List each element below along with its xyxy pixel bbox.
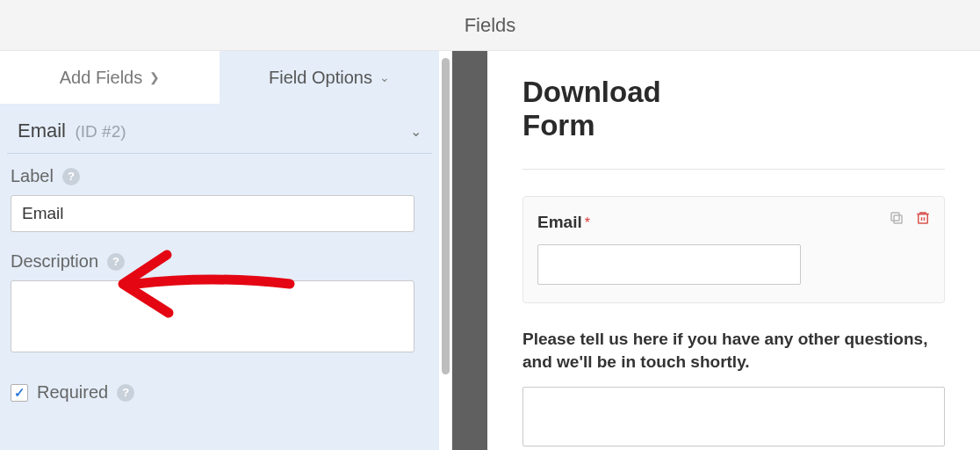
chevron-down-icon[interactable]: ⌄ [410, 123, 422, 140]
preview-email-label: Email [537, 213, 582, 231]
field-name: Email [18, 120, 66, 142]
preview-comments-input[interactable] [522, 387, 945, 446]
field-id: (ID #2) [75, 122, 126, 141]
tab-field-options[interactable]: Field Options ⌄ [220, 51, 439, 104]
form-title[interactable]: Download Form [522, 76, 945, 142]
page-title: Fields [465, 14, 516, 37]
top-bar: Fields [0, 0, 980, 51]
tab-add-fields[interactable]: Add Fields ❯ [0, 51, 220, 104]
duplicate-icon[interactable] [888, 209, 905, 227]
scrollbar-track[interactable] [439, 51, 452, 450]
help-icon[interactable]: ? [62, 168, 80, 185]
field-header[interactable]: Email (ID #2) ⌄ [7, 104, 432, 154]
svg-rect-2 [919, 214, 928, 223]
label-caption: Label [11, 166, 54, 186]
form-preview: Download Form Email* Please tell us here… [487, 51, 980, 450]
tab-add-fields-label: Add Fields [60, 68, 143, 88]
required-label: Required [37, 382, 108, 403]
svg-rect-0 [894, 215, 902, 223]
chevron-down-icon: ⌄ [379, 70, 390, 84]
description-caption: Description [11, 251, 98, 272]
svg-rect-1 [891, 213, 899, 221]
required-checkbox[interactable] [11, 384, 28, 402]
scrollbar-thumb[interactable] [442, 58, 450, 374]
panel-divider [452, 51, 487, 450]
preview-field-email[interactable]: Email* [522, 196, 945, 303]
description-input[interactable] [11, 280, 414, 352]
tab-field-options-label: Field Options [269, 68, 372, 88]
help-icon[interactable]: ? [117, 384, 134, 402]
preview-description-text: Please tell us here if you have any othe… [522, 328, 945, 374]
trash-icon[interactable] [914, 209, 932, 227]
settings-panel: Add Fields ❯ Field Options ⌄ Email (ID #… [0, 51, 439, 450]
chevron-right-icon: ❯ [149, 70, 160, 84]
required-star-icon: * [585, 215, 590, 230]
label-input[interactable] [11, 195, 414, 232]
divider [522, 169, 945, 170]
preview-email-input[interactable] [537, 244, 801, 285]
help-icon[interactable]: ? [107, 253, 125, 271]
